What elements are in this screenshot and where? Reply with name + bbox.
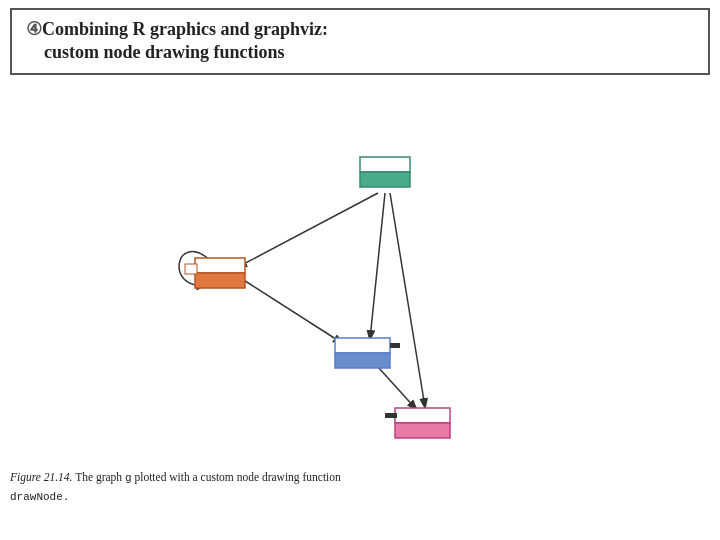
svg-rect-6: [335, 353, 390, 368]
bullet-icon: ④: [26, 19, 42, 39]
node-c: [335, 338, 400, 368]
node-a: [360, 157, 410, 187]
header-title: ④Combining R graphics and graphviz: cust…: [26, 18, 694, 65]
svg-rect-8: [395, 408, 450, 423]
graph-svg: [10, 75, 710, 465]
figure-caption: Figure 21.14. The graph g plotted with a…: [10, 469, 710, 506]
edge-b-c: [242, 279, 342, 343]
edge-a-c: [370, 193, 385, 339]
svg-rect-5: [335, 338, 390, 353]
svg-rect-3: [195, 273, 245, 288]
graph-area: [10, 75, 710, 465]
node-d: [385, 408, 450, 438]
svg-rect-4: [185, 264, 197, 274]
edge-c-d: [378, 367, 416, 409]
svg-rect-2: [195, 258, 245, 273]
svg-rect-7: [390, 343, 400, 348]
figure-label: Figure 21.14.: [10, 471, 73, 483]
svg-rect-9: [395, 423, 450, 438]
edge-a-b: [238, 193, 378, 267]
caption-text1: The graph g plotted with a custom node d…: [75, 471, 341, 483]
svg-rect-1: [360, 172, 410, 187]
code-g: g: [125, 472, 132, 484]
edge-a-d: [390, 193, 425, 407]
svg-rect-0: [360, 157, 410, 172]
caption-line2: drawNode.: [10, 488, 710, 506]
slide-header: ④Combining R graphics and graphviz: cust…: [10, 8, 710, 75]
code-drawnode: drawNode.: [10, 491, 69, 503]
node-b: [185, 258, 245, 288]
svg-rect-10: [385, 413, 397, 418]
